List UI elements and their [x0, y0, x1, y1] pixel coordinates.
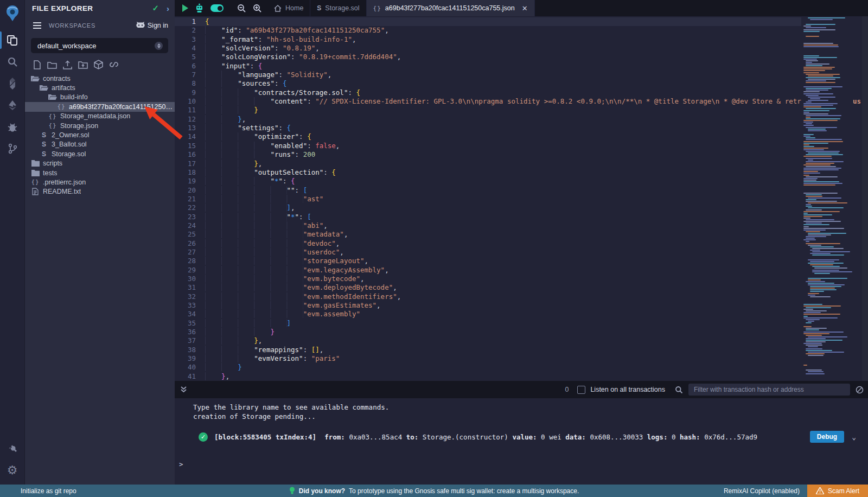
- tree-item[interactable]: S2_Owner.sol: [24, 130, 175, 139]
- code-line[interactable]: 17 },: [175, 160, 801, 168]
- collapse-panel-icon[interactable]: ›: [167, 4, 169, 13]
- tab-a69b43f277ba20fcac141151250ca755-json[interactable]: {}a69b43f277ba20fcac141151250ca755.json✕: [367, 0, 535, 16]
- new-file-icon[interactable]: [33, 60, 41, 69]
- code-line[interactable]: 35 ]: [175, 319, 801, 328]
- tree-item[interactable]: contracts: [24, 74, 175, 83]
- code-editor[interactable]: 1{2 "id": "a69b43f277ba20fcac141151250ca…: [175, 16, 868, 381]
- code-line[interactable]: 9 "contracts/Storage.sol": {: [175, 88, 801, 97]
- code-line[interactable]: 34 "evm.assembly": [175, 310, 801, 318]
- code-line[interactable]: 11 }: [175, 106, 801, 114]
- warning-icon: [816, 487, 824, 494]
- new-folder-icon[interactable]: [47, 61, 57, 69]
- code-line[interactable]: 29 "evm.legacyAssembly",: [175, 266, 801, 275]
- code-line[interactable]: 2 "id": "a69b43f277ba20fcac141151250ca75…: [175, 26, 801, 35]
- editor-scrollbar[interactable]: [862, 16, 868, 381]
- code-line[interactable]: 6 "input": {: [175, 62, 801, 71]
- code-line[interactable]: 30 "evm.bytecode",: [175, 275, 801, 283]
- code-line[interactable]: 16 "runs": 200: [175, 150, 801, 159]
- code-line[interactable]: 38 "remappings": [],: [175, 346, 801, 354]
- code-line[interactable]: 10 "content": "// SPDX-License-Identifie…: [175, 97, 801, 106]
- sidebar-item-search[interactable]: [0, 51, 24, 73]
- settings-gear-icon[interactable]: ⚙: [0, 460, 24, 481]
- code-line[interactable]: 26 "devdoc",: [175, 239, 801, 248]
- copilot-status[interactable]: RemixAI Copilot (enabled): [724, 487, 800, 495]
- minimap[interactable]: [801, 17, 862, 375]
- tree-item[interactable]: {}Storage_metadata.json: [24, 112, 175, 121]
- tab-home[interactable]: Home: [267, 0, 310, 16]
- tree-item[interactable]: README.txt: [24, 187, 175, 196]
- copilot-toggle[interactable]: [210, 4, 224, 12]
- code-line[interactable]: 22 ],: [175, 203, 801, 212]
- code-line[interactable]: 14 "optimizer": {: [175, 132, 801, 141]
- tab-storage-sol[interactable]: SStorage.sol: [310, 0, 366, 16]
- code-line[interactable]: 27 "userdoc",: [175, 248, 801, 257]
- terminal[interactable]: Type the library name to see available c…: [175, 398, 868, 485]
- code-line[interactable]: 41 },: [175, 372, 801, 381]
- tree-item[interactable]: tests: [24, 168, 175, 177]
- sidebar-item-file-explorer[interactable]: [0, 29, 24, 51]
- terminal-prompt[interactable]: >: [179, 460, 183, 468]
- tree-item[interactable]: {}Storage.json: [24, 121, 175, 130]
- sidebar-item-debugger[interactable]: [0, 116, 24, 138]
- run-script-button[interactable]: [182, 4, 188, 12]
- code-line[interactable]: 23 "*": [: [175, 213, 801, 221]
- tree-item[interactable]: {}a69b43f277ba20fcac141151250ca7...: [24, 102, 175, 111]
- code-line[interactable]: 28 "storageLayout",: [175, 257, 801, 265]
- scam-alert-button[interactable]: Scam Alert: [807, 485, 868, 497]
- tx-filter-input[interactable]: [688, 384, 850, 396]
- tree-item[interactable]: artifacts: [24, 83, 175, 92]
- ipfs-box-icon[interactable]: [94, 60, 103, 69]
- code-line[interactable]: 21 "ast": [175, 195, 801, 203]
- link-icon[interactable]: [109, 60, 119, 69]
- close-tab-icon[interactable]: ✕: [522, 4, 528, 12]
- upload-folder-icon[interactable]: [78, 60, 88, 69]
- code-line[interactable]: 37 },: [175, 336, 801, 345]
- transaction-row[interactable]: ✓ [block:5583405 txIndex:4] from: 0xa03.…: [175, 429, 868, 445]
- code-line[interactable]: 33 "evm.gasEstimates",: [175, 301, 801, 310]
- file-tree: contractsartifactsbuild-info{}a69b43f277…: [24, 74, 175, 196]
- code-line[interactable]: 31 "evm.deployedBytecode",: [175, 283, 801, 292]
- sidebar-item-solidity-compiler[interactable]: [0, 73, 24, 94]
- code-line[interactable]: 32 "evm.methodIdentifiers",: [175, 292, 801, 301]
- tx-success-icon: ✓: [199, 432, 208, 442]
- plugin-manager-icon[interactable]: [0, 438, 24, 460]
- code-line[interactable]: 19 "*": {: [175, 177, 801, 186]
- code-line[interactable]: 7 "language": "Solidity",: [175, 71, 801, 79]
- code-line[interactable]: 12 },: [175, 115, 801, 124]
- clear-terminal-icon[interactable]: [856, 386, 864, 394]
- upload-file-icon[interactable]: [63, 60, 72, 69]
- workspace-menu-icon[interactable]: [33, 22, 41, 23]
- tree-item[interactable]: {}.prettierrc.json: [24, 177, 175, 187]
- debug-button[interactable]: Debug: [810, 431, 844, 443]
- code-line[interactable]: 36 }: [175, 328, 801, 336]
- code-line[interactable]: 20 "": [: [175, 186, 801, 195]
- sidebar-item-git[interactable]: [0, 138, 24, 160]
- tree-item[interactable]: scripts: [24, 159, 175, 168]
- code-line[interactable]: 1{: [175, 17, 801, 26]
- git-init-button[interactable]: Initialize as git repo: [21, 487, 76, 495]
- workspace-select[interactable]: default_workspace: [31, 38, 168, 53]
- code-line[interactable]: 15 "enabled": false,: [175, 142, 801, 150]
- zoom-in-icon[interactable]: [253, 4, 262, 13]
- tx-expand-chevron-icon[interactable]: ⌄: [852, 433, 856, 441]
- tree-item[interactable]: S3_Ballot.sol: [24, 140, 175, 149]
- code-line[interactable]: 13 "settings": {: [175, 124, 801, 132]
- code-line[interactable]: 25 "metadata",: [175, 230, 801, 239]
- code-line[interactable]: 3 "_format": "hh-sol-build-info-1",: [175, 35, 801, 44]
- tree-item[interactable]: build-info: [24, 93, 175, 102]
- github-sign-in-button[interactable]: Sign in: [136, 22, 168, 30]
- code-line[interactable]: 18 "outputSelection": {: [175, 168, 801, 177]
- zoom-out-icon[interactable]: [237, 4, 246, 13]
- sidebar-item-deploy-run[interactable]: [0, 94, 24, 116]
- code-line[interactable]: 24 "abi",: [175, 221, 801, 230]
- code-line[interactable]: 4 "solcVersion": "0.8.19",: [175, 44, 801, 53]
- code-line[interactable]: 8 "sources": {: [175, 79, 801, 88]
- code-line[interactable]: 5 "solcLongVersion": "0.8.19+commit.7dd6…: [175, 53, 801, 61]
- code-line[interactable]: 40 }: [175, 363, 801, 372]
- code-line[interactable]: 39 "evmVersion": "paris": [175, 354, 801, 363]
- ai-robot-icon[interactable]: [195, 3, 204, 13]
- listen-all-checkbox[interactable]: [577, 386, 585, 394]
- tree-item[interactable]: SStorage.sol: [24, 149, 175, 158]
- expand-terminal-icon[interactable]: [180, 386, 187, 393]
- remix-logo-icon[interactable]: [4, 4, 21, 22]
